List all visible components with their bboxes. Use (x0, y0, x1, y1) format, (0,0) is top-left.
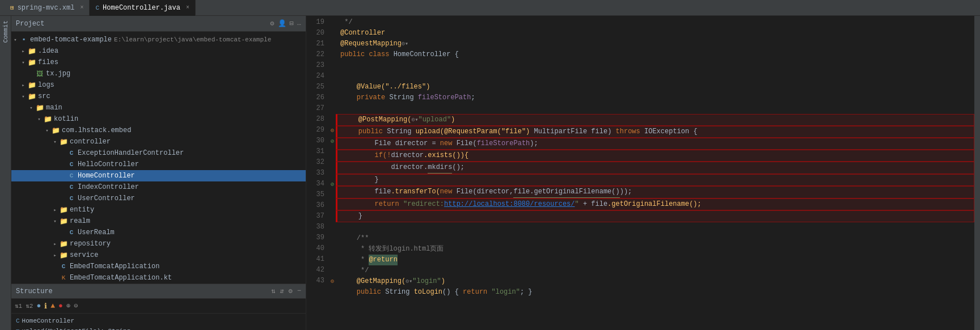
token: "redirect: (403, 199, 444, 210)
settings2-icon[interactable]: ⚙ (289, 287, 293, 295)
gutter-19 (329, 17, 336, 28)
sort-num2-icon[interactable]: ⇅2 (26, 302, 33, 310)
tree-item-idea[interactable]: ▸📁.idea (11, 45, 306, 57)
person-icon[interactable]: 👤 (278, 19, 286, 28)
expand-icon[interactable]: ⊕ (66, 302, 70, 310)
tree-item-entity[interactable]: ▸📁entity (11, 204, 306, 215)
line-num-30: 30 (306, 136, 324, 146)
tree-item-EmbedTomcatApplication-kt[interactable]: KEmbedTomcatApplication.kt (11, 272, 306, 284)
java-ctrl-icon: C (67, 229, 76, 236)
collapse-icon[interactable]: ⊖ (74, 302, 78, 310)
code-content[interactable]: */@Controller@RequestMapping⊙▾public cla… (336, 16, 974, 330)
sort-num-icon[interactable]: ⇅1 (15, 302, 22, 310)
gutter-29: ⊙ (329, 125, 336, 136)
tree-item-src[interactable]: ▾📁src (11, 91, 306, 102)
tree-label-EmbedTomcatApplication-kt: EmbedTomcatApplication.kt (70, 274, 172, 282)
token: .getOriginalFilename(); (607, 199, 702, 210)
code-line-33: } (336, 174, 974, 186)
line-num-38: 38 (306, 222, 324, 232)
structure-item-upload-method[interactable]: mupload(MultipartFile): String (16, 326, 301, 330)
line-num-32: 32 (306, 157, 324, 168)
token: MultipartFile (534, 126, 592, 137)
tree-item-HomeController[interactable]: CHomeController (11, 170, 306, 181)
tab-close-home-controller[interactable]: × (186, 5, 189, 11)
folder-icon: 📁 (27, 92, 36, 101)
token (342, 150, 375, 161)
structure-item-home-controller-struct[interactable]: CHomeController (16, 316, 301, 326)
info-icon[interactable]: ℹ (44, 302, 47, 311)
settings-icon[interactable]: ⚙ (270, 19, 274, 28)
tree-item-kotlin[interactable]: ▾📁kotlin (11, 113, 306, 125)
tree-label-files: files (38, 58, 58, 66)
code-line-43: public String toLogin() { return "login"… (336, 287, 974, 298)
tree-item-main[interactable]: ▾📁main (11, 102, 306, 113)
java-ctrl-icon: C (67, 195, 76, 202)
struct-icon-home-controller-struct: C (16, 318, 20, 324)
minimize-icon[interactable]: − (297, 287, 301, 295)
tree-item-realm[interactable]: ▾📁realm (11, 215, 306, 227)
tree-item-service[interactable]: ▸📁service (11, 249, 306, 261)
token: ); (530, 138, 538, 149)
gutter-33 (329, 168, 336, 179)
struct-icon-upload-method: m (16, 328, 20, 330)
tree-item-UserController[interactable]: CUserController (11, 193, 306, 204)
tab-label-spring-mvc: spring-mvc.xml (18, 4, 75, 12)
folder-icon: 📁 (27, 81, 36, 90)
tree-item-repository[interactable]: ▸📁repository (11, 238, 306, 249)
tree-path-embed-tomcat-example: E:\learn\project\java\embed-tomcat-examp… (114, 36, 271, 43)
gutter-23 (329, 60, 336, 71)
tab-close-spring-mvc[interactable]: × (80, 5, 83, 11)
folder-blue-icon: 📁 (59, 206, 68, 214)
tab-label-home-controller: HomeController.java (103, 4, 180, 12)
gutter-38 (329, 222, 336, 232)
token: " (575, 199, 578, 210)
token: /** (340, 233, 369, 244)
tree-item-EmbedTomcatApplication[interactable]: CEmbedTomcatApplication (11, 261, 306, 272)
tree-item-tx-jpg[interactable]: 🖼tx.jpg (11, 68, 306, 79)
java-icon: C (95, 5, 99, 11)
token (342, 162, 391, 173)
code-line-39: * 转发到login.html页面 (336, 244, 974, 255)
sort-icon[interactable]: ⇵ (280, 287, 284, 295)
gutter-31 (329, 146, 336, 157)
tree-label-kotlin: kotlin (54, 115, 78, 123)
token: throws (616, 126, 644, 137)
line-num-34: 34 (306, 179, 324, 189)
code-line-36: } (336, 210, 974, 222)
gutter-36 (329, 200, 336, 211)
tree-item-UserRealm[interactable]: CUserRealm (11, 227, 306, 238)
token: @GetMapping( (340, 276, 405, 287)
tree-item-logs[interactable]: ▸📁logs (11, 79, 306, 91)
tree-item-com-lhstack-embed[interactable]: ▾📁com.lhstack.embed (11, 125, 306, 136)
tree-item-HelloController[interactable]: CHelloController (11, 159, 306, 170)
img-icon: 🖼 (35, 70, 44, 78)
tab-home-controller[interactable]: CHomeController.java× (90, 0, 195, 16)
token: File( (457, 187, 477, 197)
token: String (387, 126, 415, 137)
tree-item-IndexController[interactable]: CIndexController (11, 181, 306, 193)
code-container[interactable]: 1920212223242526272829303132333435363738… (306, 16, 980, 330)
commit-tab[interactable]: Commit (0, 16, 11, 48)
gutter-43: ⊙ (329, 276, 336, 286)
tree-item-controller[interactable]: ▾📁controller (11, 136, 306, 147)
tree-arrow-com-lhstack-embed: ▾ (43, 128, 51, 134)
token: )); (620, 187, 632, 197)
token: + (579, 199, 592, 210)
scrollbar-right[interactable] (974, 16, 980, 330)
line-num-31: 31 (306, 146, 324, 157)
error-icon[interactable]: ● (58, 302, 63, 310)
warning-icon[interactable]: ▲ (50, 302, 55, 310)
tree-arrow-repository: ▸ (51, 241, 59, 247)
sort-az-icon[interactable]: ⇅ (271, 287, 275, 295)
tree-item-ExceptionHandlerController[interactable]: CExceptionHandlerController (11, 147, 306, 159)
structure-header: Structure ⇅ ⇵ ⚙ − (11, 284, 306, 299)
more-icon[interactable]: … (297, 19, 301, 28)
tree-item-files[interactable]: ▾📁files (11, 57, 306, 68)
file-tree[interactable]: ▾▪embed-tomcat-exampleE:\learn\project\j… (11, 32, 306, 284)
tree-arrow-service: ▸ (51, 252, 59, 259)
structure-header-icons: ⇅ ⇵ ⚙ − (271, 287, 301, 295)
circle-icon[interactable]: ● (36, 302, 41, 310)
layout-icon[interactable]: ⊟ (290, 19, 294, 28)
tab-spring-mvc[interactable]: ⊞spring-mvc.xml× (5, 0, 90, 16)
tree-item-embed-tomcat-example[interactable]: ▾▪embed-tomcat-exampleE:\learn\project\j… (11, 34, 306, 45)
